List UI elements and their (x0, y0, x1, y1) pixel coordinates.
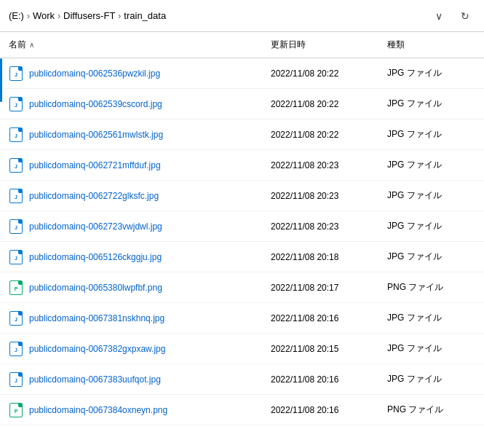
file-icon (9, 280, 23, 295)
file-date: 2022/11/08 20:18 (271, 252, 387, 262)
file-name: publicdomainq-0067382gxpxaw.jpg (29, 344, 165, 354)
file-name: publicdomainq-0067384oxneyn.png (29, 405, 167, 415)
file-name-cell: publicdomainq-0067383uufqot.jpg (9, 372, 271, 387)
jpg-file-icon (9, 311, 23, 326)
col-header-name[interactable]: 名前 ∧ (9, 39, 271, 51)
col-date-label: 更新日時 (271, 39, 306, 51)
jpg-file-icon (9, 97, 23, 111)
file-date: 2022/11/08 20:17 (271, 283, 387, 293)
address-bar-controls: ∨ ↻ (429, 6, 475, 26)
jpg-file-icon (9, 219, 23, 234)
file-name: publicdomainq-0067381nskhnq.jpg (29, 313, 164, 323)
table-row[interactable]: publicdomainq-0067383uufqot.jpg2022/11/0… (0, 364, 484, 395)
breadcrumb-diffusers[interactable]: Diffusers-FT (63, 10, 115, 21)
col-type-label: 種類 (387, 39, 405, 51)
file-icon (9, 219, 23, 234)
file-name: publicdomainq-0067383uufqot.jpg (29, 374, 161, 385)
file-type: PNG ファイル (387, 404, 475, 416)
file-name-cell: publicdomainq-0062536pwzkil.jpg (9, 66, 271, 81)
breadcrumb[interactable]: (E:) › Work › Diffusers-FT › train_data (9, 10, 423, 21)
table-row[interactable]: publicdomainq-0067381nskhnq.jpg2022/11/0… (0, 303, 484, 334)
file-name: publicdomainq-0065126ckggju.jpg (29, 252, 162, 262)
jpg-file-icon (9, 342, 23, 356)
file-date: 2022/11/08 20:23 (271, 160, 387, 170)
file-name-cell: publicdomainq-0067384oxneyn.png (9, 403, 271, 417)
file-name: publicdomainq-0065380lwpfbf.png (29, 283, 162, 293)
file-name: publicdomainq-0062536pwzkil.jpg (29, 68, 160, 79)
file-date: 2022/11/08 20:23 (271, 191, 387, 201)
breadcrumb-dropdown-button[interactable]: ∨ (429, 6, 449, 26)
jpg-file-icon (9, 158, 23, 173)
table-row[interactable]: publicdomainq-0065380lwpfbf.png2022/11/0… (0, 272, 484, 303)
column-headers: 名前 ∧ 更新日時 種類 (0, 32, 484, 58)
table-row[interactable]: publicdomainq-0067382gxpxaw.jpg2022/11/0… (0, 334, 484, 364)
file-name-cell: publicdomainq-0067381nskhnq.jpg (9, 311, 271, 326)
breadcrumb-current[interactable]: train_data (124, 10, 166, 21)
file-name-cell: publicdomainq-0065126ckggju.jpg (9, 250, 271, 264)
file-icon (9, 66, 23, 81)
col-name-label: 名前 (9, 39, 26, 51)
table-row[interactable]: publicdomainq-0067384oxneyn.png2022/11/0… (0, 395, 484, 425)
file-date: 2022/11/08 20:16 (271, 374, 387, 385)
file-type: JPG ファイル (387, 128, 475, 141)
table-row[interactable]: publicdomainq-0062539cscord.jpg2022/11/0… (0, 89, 484, 119)
col-header-date[interactable]: 更新日時 (271, 39, 387, 51)
file-name: publicdomainq-0062722glksfc.jpg (29, 191, 159, 201)
file-name: publicdomainq-0062723vwjdwl.jpg (29, 221, 162, 232)
file-date: 2022/11/08 20:22 (271, 130, 387, 140)
file-type: JPG ファイル (387, 67, 475, 79)
refresh-button[interactable]: ↻ (455, 6, 475, 26)
file-name: publicdomainq-0062561mwlstk.jpg (29, 130, 163, 140)
table-row[interactable]: publicdomainq-0062561mwlstk.jpg2022/11/0… (0, 119, 484, 150)
file-icon (9, 127, 23, 142)
breadcrumb-drive[interactable]: (E:) (9, 10, 24, 21)
file-type: JPG ファイル (387, 189, 475, 202)
file-name-cell: publicdomainq-0065380lwpfbf.png (9, 280, 271, 295)
table-row[interactable]: publicdomainq-0065126ckggju.jpg2022/11/0… (0, 242, 484, 272)
breadcrumb-sep-1: › (27, 11, 30, 21)
file-type: JPG ファイル (387, 312, 475, 324)
file-type: JPG ファイル (387, 373, 475, 385)
jpg-file-icon (9, 66, 23, 81)
breadcrumb-work[interactable]: Work (33, 10, 55, 21)
file-icon (9, 403, 23, 417)
file-icon (9, 97, 23, 111)
file-date: 2022/11/08 20:22 (271, 99, 387, 109)
file-name: publicdomainq-0062721mffduf.jpg (29, 160, 161, 170)
file-type: JPG ファイル (387, 98, 475, 110)
file-name: publicdomainq-0062539cscord.jpg (29, 99, 162, 109)
file-type: JPG ファイル (387, 251, 475, 263)
file-date: 2022/11/08 20:16 (271, 313, 387, 323)
file-icon (9, 311, 23, 326)
file-name-cell: publicdomainq-0062722glksfc.jpg (9, 189, 271, 203)
jpg-file-icon (9, 189, 23, 203)
col-header-type[interactable]: 種類 (387, 39, 475, 51)
png-file-icon (9, 280, 23, 295)
file-type: JPG ファイル (387, 159, 475, 171)
file-type: JPG ファイル (387, 220, 475, 232)
png-file-icon (9, 403, 23, 417)
file-name-cell: publicdomainq-0062561mwlstk.jpg (9, 127, 271, 142)
jpg-file-icon (9, 250, 23, 264)
file-icon (9, 342, 23, 356)
table-row[interactable]: publicdomainq-0062536pwzkil.jpg2022/11/0… (0, 58, 484, 89)
file-name-cell: publicdomainq-0062539cscord.jpg (9, 97, 271, 111)
table-row[interactable]: publicdomainq-0062722glksfc.jpg2022/11/0… (0, 181, 484, 211)
file-name-cell: publicdomainq-0067382gxpxaw.jpg (9, 342, 271, 356)
table-row[interactable]: publicdomainq-0062721mffduf.jpg2022/11/0… (0, 150, 484, 181)
file-date: 2022/11/08 20:16 (271, 405, 387, 415)
file-type: PNG ファイル (387, 281, 475, 294)
jpg-file-icon (9, 127, 23, 142)
file-icon (9, 158, 23, 173)
file-type: JPG ファイル (387, 342, 475, 355)
sort-arrow-icon: ∧ (29, 41, 34, 49)
table-row[interactable]: publicdomainq-0062723vwjdwl.jpg2022/11/0… (0, 211, 484, 242)
file-date: 2022/11/08 20:23 (271, 221, 387, 232)
file-date: 2022/11/08 20:15 (271, 344, 387, 354)
breadcrumb-sep-3: › (118, 11, 121, 21)
file-name-cell: publicdomainq-0062721mffduf.jpg (9, 158, 271, 173)
file-date: 2022/11/08 20:22 (271, 68, 387, 79)
file-icon (9, 372, 23, 387)
file-icon (9, 189, 23, 203)
file-icon (9, 250, 23, 264)
